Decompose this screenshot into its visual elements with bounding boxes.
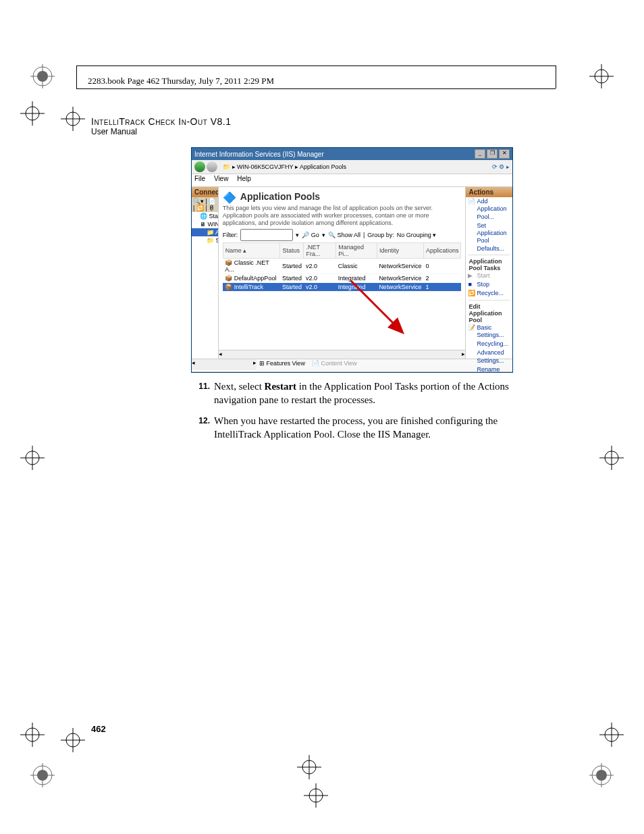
center-panel: 🔷 Application Pools This page lets you v… bbox=[219, 187, 466, 359]
tree-item-3[interactable]: 📁 Sites bbox=[192, 236, 218, 244]
menu-view[interactable]: View bbox=[214, 175, 229, 182]
status-bar: Ready 🔧 bbox=[192, 371, 512, 373]
toolbar-help-icons[interactable]: ⟳ ⚙ ▸ bbox=[492, 163, 510, 170]
list-text: When you have restarted the process, you… bbox=[214, 414, 511, 442]
action-advanced-settings-[interactable]: Advanced Settings... bbox=[466, 348, 512, 365]
back-button[interactable] bbox=[194, 161, 205, 172]
showall-button[interactable]: 🔍 Show All bbox=[328, 232, 360, 238]
action-set-application-pool-defaults-[interactable]: Set Application Pool Defaults... bbox=[466, 221, 512, 253]
window-title: Internet Information Services (IIS) Mana… bbox=[194, 151, 324, 158]
filter-label: Filter: bbox=[223, 232, 238, 238]
connections-header: Connections bbox=[192, 187, 218, 197]
table-row[interactable]: 📦 IntelliTrackStartedv2.0IntegratedNetwo… bbox=[223, 283, 461, 292]
groupby-select[interactable]: No Grouping ▾ bbox=[397, 232, 437, 238]
minimize-button[interactable]: _ bbox=[475, 149, 485, 159]
menu-bar: File View Help bbox=[192, 174, 512, 187]
action-recycle-[interactable]: 🔁Recycle... bbox=[466, 289, 512, 298]
action-add-application-pool-[interactable]: 📄Add Application Pool... bbox=[466, 197, 512, 221]
breadcrumb[interactable]: 📁 ▸ WIN-06K5CGVJFHY ▸ Application Pools bbox=[223, 163, 346, 170]
col-3[interactable]: Managed Pi... bbox=[336, 243, 377, 259]
col-1[interactable]: Status bbox=[280, 243, 304, 259]
h-scrollbar[interactable]: ◂▸ bbox=[219, 350, 466, 359]
app-pools-icon: 🔷 bbox=[223, 191, 236, 204]
tree-h-scrollbar[interactable]: ◂▸ bbox=[192, 359, 257, 370]
tab-features-view[interactable]: ⊞ Features View bbox=[259, 360, 305, 367]
go-button[interactable]: 🔎 Go bbox=[302, 232, 319, 238]
document-body: 11.Next, select Restart in the Applicati… bbox=[191, 380, 511, 448]
doc-title: IntelliTrack Check In-Out V bbox=[91, 116, 217, 127]
list-number: 12. bbox=[191, 414, 214, 442]
col-5[interactable]: Applications bbox=[423, 243, 461, 259]
breadcrumb-bar: 📁 ▸ WIN-06K5CGVJFHY ▸ Application Pools … bbox=[192, 160, 512, 174]
table-row[interactable]: 📦 Classic .NET A...Startedv2.0ClassicNet… bbox=[223, 259, 461, 274]
iis-manager-screenshot: Internet Information Services (IIS) Mana… bbox=[191, 147, 513, 373]
framemaker-header: 2283.book Page 462 Thursday, July 7, 201… bbox=[88, 76, 274, 86]
app-pools-table: Name ▴Status.NET Fra...Managed Pi...Iden… bbox=[223, 242, 462, 292]
doc-subtitle: User Manual bbox=[91, 127, 137, 136]
col-0[interactable]: Name ▴ bbox=[223, 243, 280, 259]
list-text: Next, select Restart in the Application … bbox=[214, 380, 511, 407]
tree-item-2[interactable]: 📁 Application Pools bbox=[192, 228, 218, 236]
maximize-button[interactable]: ❐ bbox=[487, 149, 498, 159]
actions-header: Actions bbox=[466, 187, 512, 197]
window-titlebar: Internet Information Services (IIS) Mana… bbox=[192, 148, 512, 160]
col-4[interactable]: Identity bbox=[377, 243, 423, 259]
action-rename[interactable]: Rename bbox=[466, 365, 512, 373]
action-start: ▶Start bbox=[466, 271, 512, 280]
action-basic-settings-[interactable]: 📝Basic Settings... bbox=[466, 323, 512, 340]
filter-input[interactable] bbox=[240, 229, 293, 241]
tree-item-0[interactable]: 🌐 Start Page bbox=[192, 212, 218, 220]
list-number: 11. bbox=[191, 380, 214, 407]
filter-row: Filter: ▾ 🔎 Go ▾ 🔍 Show All | Group by: … bbox=[223, 229, 462, 241]
col-2[interactable]: .NET Fra... bbox=[304, 243, 336, 259]
connections-toolbar[interactable]: 🔍▾ | 📄 | 🔁 | 🛢 bbox=[192, 197, 218, 212]
action-group-tasks: Application Pool Tasks bbox=[466, 257, 512, 271]
menu-help[interactable]: Help bbox=[237, 175, 251, 182]
actions-panel: Actions 📄Add Application Pool...Set Appl… bbox=[465, 187, 512, 359]
close-button[interactable]: ✕ bbox=[499, 149, 510, 159]
tab-content-view[interactable]: 📄 Content View bbox=[312, 360, 357, 367]
forward-button[interactable] bbox=[207, 161, 217, 172]
doc-header: IntelliTrack Check In-Out V8.1 User Manu… bbox=[91, 116, 232, 136]
menu-file[interactable]: File bbox=[194, 175, 205, 182]
groupby-label: Group by: bbox=[367, 232, 394, 238]
table-row[interactable]: 📦 DefaultAppPoolStartedv2.0IntegratedNet… bbox=[223, 274, 461, 283]
connections-panel: Connections 🔍▾ | 📄 | 🔁 | 🛢 🌐 Start Page🖥… bbox=[192, 187, 219, 359]
action-group-edit: Edit Application Pool bbox=[466, 302, 512, 323]
page-description: This page lets you view and manage the l… bbox=[223, 205, 462, 226]
action-recycling-[interactable]: Recycling... bbox=[466, 340, 512, 348]
page-number: 462 bbox=[91, 724, 106, 734]
tree-item-1[interactable]: 🖥 WIN-06K5CGVJFHY (WIN bbox=[192, 220, 218, 228]
page-title: Application Pools bbox=[240, 191, 320, 202]
action-stop[interactable]: ■Stop bbox=[466, 280, 512, 289]
